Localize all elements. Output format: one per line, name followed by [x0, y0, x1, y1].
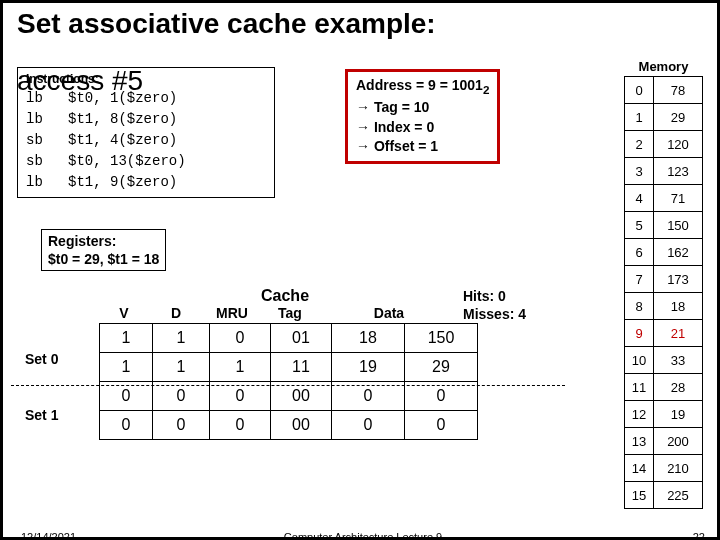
cache-cell: 01 — [271, 324, 332, 353]
cache-panel: V D MRU Tag Data 11001181501111119290000… — [25, 305, 478, 440]
memory-index: 4 — [625, 185, 654, 212]
memory-value: 21 — [654, 320, 703, 347]
cache-headers: V D MRU Tag Data — [99, 305, 478, 321]
set0-label: Set 0 — [25, 351, 58, 367]
instruction-row: sb $t1, 4($zero) — [26, 130, 266, 151]
arrow-icon: → — [356, 119, 374, 135]
page-title: Set associative cache example: — [17, 9, 707, 40]
memory-index: 10 — [625, 347, 654, 374]
cache-cell: 18 — [332, 324, 405, 353]
cache-header-mru: MRU — [203, 305, 261, 321]
memory-value: 18 — [654, 293, 703, 320]
cache-cell: 150 — [405, 324, 478, 353]
footer-title: Computer Architecture Lecture 9 — [284, 531, 442, 540]
memory-value: 28 — [654, 374, 703, 401]
cache-header-d: D — [149, 305, 203, 321]
memory-row: 13200 — [625, 428, 703, 455]
memory-row: 078 — [625, 77, 703, 104]
cache-cell: 0 — [332, 411, 405, 440]
memory-index: 13 — [625, 428, 654, 455]
footer-page: 22 — [693, 531, 705, 540]
memory-value: 173 — [654, 266, 703, 293]
cache-cell: 0 — [153, 411, 210, 440]
memory-index: 3 — [625, 158, 654, 185]
instructions-label: Instructions: — [26, 70, 266, 88]
cache-header-tag: Tag — [261, 305, 319, 321]
memory-row: 5150 — [625, 212, 703, 239]
memory-index: 7 — [625, 266, 654, 293]
memory-index: 9 — [625, 320, 654, 347]
memory-row: 1033 — [625, 347, 703, 374]
memory-row: 818 — [625, 293, 703, 320]
cache-row: 1100118150 — [100, 324, 478, 353]
memory-index: 5 — [625, 212, 654, 239]
memory-value: 225 — [654, 482, 703, 509]
cache-cell: 1 — [100, 353, 153, 382]
cache-cell: 1 — [210, 353, 271, 382]
memory-index: 8 — [625, 293, 654, 320]
registers-content: $t0 = 29, $t1 = 18 — [48, 250, 159, 268]
instruction-row: lb $t1, 9($zero) — [26, 172, 266, 193]
cache-cell: 00 — [271, 411, 332, 440]
cache-cell: 0 — [100, 411, 153, 440]
memory-row: 3123 — [625, 158, 703, 185]
set-divider — [11, 385, 565, 386]
cache-cell: 1 — [100, 324, 153, 353]
cache-cell: 0 — [210, 324, 271, 353]
cache-table: 110011815011111192900000000000000 — [99, 323, 478, 440]
instruction-row: lb $t1, 8($zero) — [26, 109, 266, 130]
memory-index: 15 — [625, 482, 654, 509]
cache-cell: 11 — [271, 353, 332, 382]
cache-cell: 29 — [405, 353, 478, 382]
memory-index: 14 — [625, 455, 654, 482]
cache-cell: 0 — [405, 411, 478, 440]
address-line: Address = 9 = 10012 — [356, 76, 489, 98]
memory-row: 15225 — [625, 482, 703, 509]
cache-header-data: Data — [319, 305, 459, 321]
cache-header-v: V — [99, 305, 149, 321]
memory-value: 123 — [654, 158, 703, 185]
memory-row: 7173 — [625, 266, 703, 293]
cache-row: 0000000 — [100, 411, 478, 440]
memory-row: 921 — [625, 320, 703, 347]
cache-cell: 19 — [332, 353, 405, 382]
registers-panel: Registers: $t0 = 29, $t1 = 18 — [41, 229, 166, 271]
memory-row: 471 — [625, 185, 703, 212]
memory-index: 6 — [625, 239, 654, 266]
cache-cell: 1 — [153, 353, 210, 382]
cache-cell: 1 — [153, 324, 210, 353]
memory-index: 11 — [625, 374, 654, 401]
memory-panel: Memory 078129212031234715150616271738189… — [624, 59, 703, 509]
footer-date: 12/14/2021 — [21, 531, 76, 540]
memory-index: 12 — [625, 401, 654, 428]
memory-value: 29 — [654, 104, 703, 131]
memory-row: 2120 — [625, 131, 703, 158]
instruction-row: lb $t0, 1($zero) — [26, 88, 266, 109]
cache-row: 111111929 — [100, 353, 478, 382]
cache-cell: 0 — [210, 411, 271, 440]
memory-index: 2 — [625, 131, 654, 158]
memory-index: 1 — [625, 104, 654, 131]
address-line: → Index = 0 — [356, 118, 489, 138]
memory-row: 1219 — [625, 401, 703, 428]
memory-value: 200 — [654, 428, 703, 455]
arrow-icon: → — [356, 99, 374, 115]
address-box: Address = 9 = 10012 → Tag = 10 → Index =… — [345, 69, 500, 164]
memory-row: 6162 — [625, 239, 703, 266]
address-line: → Offset = 1 — [356, 137, 489, 157]
memory-value: 71 — [654, 185, 703, 212]
arrow-icon: → — [356, 138, 374, 154]
instructions-panel: Instructions: lb $t0, 1($zero) lb $t1, 8… — [17, 67, 275, 198]
memory-value: 162 — [654, 239, 703, 266]
hits-line: Hits: 0 — [463, 287, 526, 305]
memory-table: 0781292120312347151506162717381892110331… — [624, 76, 703, 509]
memory-row: 129 — [625, 104, 703, 131]
memory-value: 78 — [654, 77, 703, 104]
memory-value: 120 — [654, 131, 703, 158]
slide: Set associative cache example: access #5… — [0, 0, 720, 540]
set1-label: Set 1 — [25, 407, 58, 423]
address-line: → Tag = 10 — [356, 98, 489, 118]
memory-row: 14210 — [625, 455, 703, 482]
memory-value: 150 — [654, 212, 703, 239]
registers-label: Registers: — [48, 232, 159, 250]
